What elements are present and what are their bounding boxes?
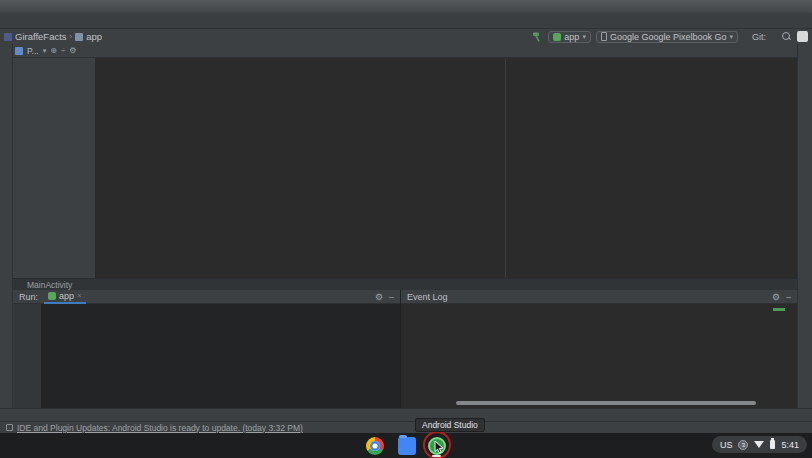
make-project-icon[interactable]	[531, 31, 543, 43]
gear-icon[interactable]: ⚙	[375, 292, 383, 302]
keyboard-layout-label: US	[720, 440, 733, 450]
run-console[interactable]	[41, 304, 400, 408]
device-dropdown[interactable]: Google Google Pixelbook Go ▾	[596, 31, 738, 43]
gear-icon[interactable]: ⚙	[772, 292, 780, 302]
gear-icon[interactable]: ⚙	[69, 46, 76, 55]
hard-wrap-guide	[505, 58, 506, 278]
files-app-icon[interactable]	[398, 437, 416, 455]
editor-tab-bar: P... ▾ ⊕ ÷ ⚙	[0, 44, 812, 58]
event-log-tool-window: Event Log ⚙ –	[400, 290, 797, 408]
toolwindow-toggle-icon[interactable]	[6, 424, 13, 431]
android-icon	[553, 33, 561, 41]
mouse-cursor	[434, 441, 445, 454]
tool-window-bar	[0, 408, 812, 421]
profile-avatar[interactable]	[797, 31, 808, 42]
minimize-icon[interactable]: –	[786, 292, 791, 302]
breadcrumb-class[interactable]: MainActivity	[27, 280, 72, 290]
run-config-dropdown[interactable]: app ▾	[548, 31, 591, 43]
project-panel-header: P... ▾ ⊕ ÷ ⚙	[0, 44, 95, 57]
toolbar-actions: app ▾ Google Google Pixelbook Go ▾ Git:	[531, 31, 808, 43]
error-stripe[interactable]	[787, 58, 797, 278]
notification-badge: 3	[738, 440, 748, 450]
chevron-down-icon: ▾	[582, 33, 586, 41]
collapse-all-icon[interactable]: ÷	[61, 46, 65, 55]
chevron-down-icon: ▾	[729, 33, 733, 41]
project-view-icon	[15, 47, 23, 55]
device-icon	[601, 32, 607, 41]
chrome-icon[interactable]	[366, 437, 384, 455]
status-bar: IDE and Plugin Updates: Android Studio i…	[0, 421, 812, 433]
run-tab-app[interactable]: app ×	[44, 290, 86, 304]
menu-bar	[0, 13, 812, 29]
window-title-strip	[0, 0, 812, 13]
device-value: Google Google Pixelbook Go	[610, 32, 727, 42]
wifi-icon	[754, 441, 764, 448]
search-everywhere-icon[interactable]	[781, 31, 792, 42]
status-message-link[interactable]: IDE and Plugin Updates: Android Studio i…	[17, 423, 303, 433]
event-log-title: Event Log	[407, 292, 448, 302]
android-studio-window: GiraffeFacts › app app ▾ Google Google P…	[0, 0, 812, 458]
project-view-selector[interactable]: P...	[27, 46, 39, 56]
chevron-down-icon: ▾	[43, 47, 47, 55]
run-config-value: app	[564, 32, 579, 42]
right-tool-strip	[797, 44, 812, 408]
chevron-right-icon: ›	[70, 32, 73, 41]
event-log-entries	[417, 304, 797, 408]
module-folder-icon	[75, 33, 83, 41]
code-editor[interactable]	[95, 58, 797, 278]
minimize-icon[interactable]: –	[389, 292, 394, 302]
horizontal-scrollbar[interactable]	[456, 401, 756, 405]
clock-label: 5:41	[781, 440, 799, 450]
tooltip: Android Studio	[415, 418, 485, 432]
navigation-toolbar: GiraffeFacts › app app ▾ Google Google P…	[0, 29, 812, 44]
event-log-header: Event Log ⚙ –	[401, 290, 797, 304]
run-tool-window: Run: app × ⚙ –	[13, 290, 400, 408]
run-panel-header: Run: app × ⚙ –	[13, 290, 400, 304]
editor-breadcrumb-bar: MainActivity	[13, 278, 797, 290]
run-toolbar-secondary	[27, 304, 41, 408]
battery-icon	[770, 440, 775, 449]
event-log-toolbar	[401, 304, 417, 408]
project-tree	[13, 58, 95, 278]
scroll-mark	[773, 308, 785, 311]
breadcrumb-project[interactable]: GiraffeFacts	[15, 31, 67, 42]
breadcrumb-module[interactable]: app	[86, 31, 102, 42]
run-panel-title: Run:	[19, 292, 38, 302]
running-app-indicator	[432, 455, 441, 457]
run-tab-label: app	[59, 291, 74, 301]
close-icon[interactable]: ×	[77, 291, 82, 300]
project-icon	[4, 33, 12, 41]
breadcrumb: GiraffeFacts › app	[4, 31, 102, 42]
run-toolbar-primary	[13, 304, 27, 408]
left-tool-strip	[0, 44, 13, 408]
system-tray[interactable]: US 3 5:41	[712, 436, 807, 453]
android-icon	[48, 292, 56, 300]
locate-file-icon[interactable]: ⊕	[50, 46, 57, 55]
git-label: Git:	[752, 32, 766, 42]
